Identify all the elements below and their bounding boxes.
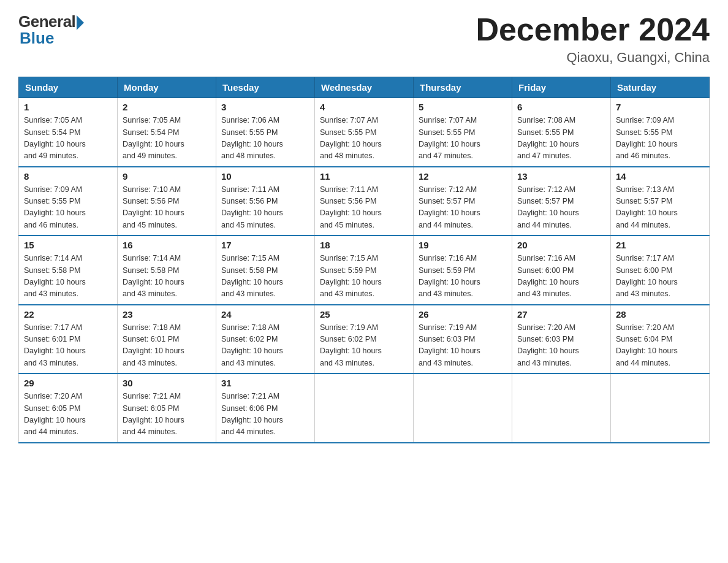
calendar-day-cell: 30Sunrise: 7:21 AMSunset: 6:05 PMDayligh…: [118, 373, 216, 443]
day-info: Sunrise: 7:16 AMSunset: 6:00 PMDaylight:…: [517, 253, 605, 301]
day-number: 24: [221, 309, 309, 320]
calendar-day-cell: 14Sunrise: 7:13 AMSunset: 5:57 PMDayligh…: [611, 167, 710, 236]
day-of-week-header: Tuesday: [216, 77, 315, 98]
day-info: Sunrise: 7:09 AMSunset: 5:55 PMDaylight:…: [616, 115, 704, 163]
calendar-day-cell: 22Sunrise: 7:17 AMSunset: 6:01 PMDayligh…: [19, 305, 118, 374]
day-number: 9: [123, 171, 211, 182]
calendar-day-cell: 7Sunrise: 7:09 AMSunset: 5:55 PMDaylight…: [611, 98, 710, 167]
day-number: 13: [517, 171, 605, 182]
calendar-day-cell: 11Sunrise: 7:11 AMSunset: 5:56 PMDayligh…: [315, 167, 414, 236]
calendar-day-cell: 16Sunrise: 7:14 AMSunset: 5:58 PMDayligh…: [118, 236, 216, 305]
calendar-day-cell: [315, 373, 414, 443]
day-info: Sunrise: 7:15 AMSunset: 5:58 PMDaylight:…: [221, 253, 309, 301]
day-info: Sunrise: 7:19 AMSunset: 6:02 PMDaylight:…: [320, 322, 408, 370]
day-number: 21: [616, 240, 704, 250]
calendar-day-cell: 5Sunrise: 7:07 AMSunset: 5:55 PMDaylight…: [414, 98, 512, 167]
day-info: Sunrise: 7:05 AMSunset: 5:54 PMDaylight:…: [24, 115, 112, 163]
calendar-table: SundayMondayTuesdayWednesdayThursdayFrid…: [18, 77, 710, 443]
day-number: 14: [616, 171, 704, 182]
day-info: Sunrise: 7:18 AMSunset: 6:02 PMDaylight:…: [221, 322, 309, 370]
day-number: 26: [419, 309, 507, 320]
day-info: Sunrise: 7:12 AMSunset: 5:57 PMDaylight:…: [517, 184, 605, 232]
day-info: Sunrise: 7:09 AMSunset: 5:55 PMDaylight:…: [24, 184, 112, 232]
calendar-day-cell: 27Sunrise: 7:20 AMSunset: 6:03 PMDayligh…: [512, 305, 611, 374]
day-number: 31: [221, 378, 309, 388]
calendar-day-cell: 26Sunrise: 7:19 AMSunset: 6:03 PMDayligh…: [414, 305, 512, 374]
day-info: Sunrise: 7:17 AMSunset: 6:00 PMDaylight:…: [616, 253, 704, 301]
day-number: 4: [320, 102, 408, 112]
day-number: 17: [221, 240, 309, 250]
day-info: Sunrise: 7:16 AMSunset: 5:59 PMDaylight:…: [419, 253, 507, 301]
day-number: 16: [123, 240, 211, 250]
calendar-day-cell: [414, 373, 512, 443]
calendar-day-cell: 2Sunrise: 7:05 AMSunset: 5:54 PMDaylight…: [118, 98, 216, 167]
day-number: 19: [419, 240, 507, 250]
day-info: Sunrise: 7:20 AMSunset: 6:04 PMDaylight:…: [616, 322, 704, 370]
logo-arrow-icon: [77, 15, 84, 30]
day-of-week-header: Sunday: [19, 77, 118, 98]
calendar-day-cell: 1Sunrise: 7:05 AMSunset: 5:54 PMDaylight…: [19, 98, 118, 167]
calendar-week-row: 15Sunrise: 7:14 AMSunset: 5:58 PMDayligh…: [19, 236, 710, 305]
calendar-day-cell: 3Sunrise: 7:06 AMSunset: 5:55 PMDaylight…: [216, 98, 315, 167]
day-info: Sunrise: 7:11 AMSunset: 5:56 PMDaylight:…: [320, 184, 408, 232]
calendar-day-cell: 4Sunrise: 7:07 AMSunset: 5:55 PMDaylight…: [315, 98, 414, 167]
day-info: Sunrise: 7:08 AMSunset: 5:55 PMDaylight:…: [517, 115, 605, 163]
calendar-day-cell: 28Sunrise: 7:20 AMSunset: 6:04 PMDayligh…: [611, 305, 710, 374]
calendar-day-cell: 12Sunrise: 7:12 AMSunset: 5:57 PMDayligh…: [414, 167, 512, 236]
day-number: 22: [24, 309, 112, 320]
calendar-day-cell: 17Sunrise: 7:15 AMSunset: 5:58 PMDayligh…: [216, 236, 315, 305]
day-info: Sunrise: 7:21 AMSunset: 6:05 PMDaylight:…: [123, 391, 211, 439]
calendar-day-cell: 25Sunrise: 7:19 AMSunset: 6:02 PMDayligh…: [315, 305, 414, 374]
day-number: 1: [24, 102, 112, 112]
day-info: Sunrise: 7:07 AMSunset: 5:55 PMDaylight:…: [419, 115, 507, 163]
day-number: 15: [24, 240, 112, 250]
calendar-day-cell: 24Sunrise: 7:18 AMSunset: 6:02 PMDayligh…: [216, 305, 315, 374]
day-info: Sunrise: 7:20 AMSunset: 6:05 PMDaylight:…: [24, 391, 112, 439]
calendar-day-cell: 20Sunrise: 7:16 AMSunset: 6:00 PMDayligh…: [512, 236, 611, 305]
calendar-day-cell: 23Sunrise: 7:18 AMSunset: 6:01 PMDayligh…: [118, 305, 216, 374]
page-header: General Blue December 2024 Qiaoxu, Guang…: [18, 12, 710, 66]
day-info: Sunrise: 7:17 AMSunset: 6:01 PMDaylight:…: [24, 322, 112, 370]
day-info: Sunrise: 7:12 AMSunset: 5:57 PMDaylight:…: [419, 184, 507, 232]
calendar-day-cell: 18Sunrise: 7:15 AMSunset: 5:59 PMDayligh…: [315, 236, 414, 305]
calendar-day-cell: 21Sunrise: 7:17 AMSunset: 6:00 PMDayligh…: [611, 236, 710, 305]
day-number: 25: [320, 309, 408, 320]
day-info: Sunrise: 7:21 AMSunset: 6:06 PMDaylight:…: [221, 391, 309, 439]
month-title: December 2024: [476, 12, 710, 47]
calendar-day-cell: 19Sunrise: 7:16 AMSunset: 5:59 PMDayligh…: [414, 236, 512, 305]
day-info: Sunrise: 7:05 AMSunset: 5:54 PMDaylight:…: [123, 115, 211, 163]
calendar-day-cell: 10Sunrise: 7:11 AMSunset: 5:56 PMDayligh…: [216, 167, 315, 236]
day-of-week-header: Monday: [118, 77, 216, 98]
calendar-day-cell: 13Sunrise: 7:12 AMSunset: 5:57 PMDayligh…: [512, 167, 611, 236]
day-number: 28: [616, 309, 704, 320]
day-number: 5: [419, 102, 507, 112]
day-number: 6: [517, 102, 605, 112]
day-number: 20: [517, 240, 605, 250]
calendar-week-row: 1Sunrise: 7:05 AMSunset: 5:54 PMDaylight…: [19, 98, 710, 167]
day-number: 23: [123, 309, 211, 320]
day-of-week-header: Wednesday: [315, 77, 414, 98]
day-number: 7: [616, 102, 704, 112]
calendar-week-row: 29Sunrise: 7:20 AMSunset: 6:05 PMDayligh…: [19, 373, 710, 443]
day-number: 10: [221, 171, 309, 182]
logo: General Blue: [18, 12, 84, 48]
day-info: Sunrise: 7:14 AMSunset: 5:58 PMDaylight:…: [123, 253, 211, 301]
day-info: Sunrise: 7:18 AMSunset: 6:01 PMDaylight:…: [123, 322, 211, 370]
logo-blue-text: Blue: [18, 29, 54, 48]
calendar-day-cell: 15Sunrise: 7:14 AMSunset: 5:58 PMDayligh…: [19, 236, 118, 305]
day-number: 18: [320, 240, 408, 250]
day-of-week-header: Friday: [512, 77, 611, 98]
day-info: Sunrise: 7:10 AMSunset: 5:56 PMDaylight:…: [123, 184, 211, 232]
day-info: Sunrise: 7:13 AMSunset: 5:57 PMDaylight:…: [616, 184, 704, 232]
day-number: 30: [123, 378, 211, 388]
calendar-day-cell: 8Sunrise: 7:09 AMSunset: 5:55 PMDaylight…: [19, 167, 118, 236]
calendar-day-cell: 6Sunrise: 7:08 AMSunset: 5:55 PMDaylight…: [512, 98, 611, 167]
day-info: Sunrise: 7:11 AMSunset: 5:56 PMDaylight:…: [221, 184, 309, 232]
day-number: 2: [123, 102, 211, 112]
calendar-day-cell: 9Sunrise: 7:10 AMSunset: 5:56 PMDaylight…: [118, 167, 216, 236]
day-number: 27: [517, 309, 605, 320]
day-number: 11: [320, 171, 408, 182]
header-row: SundayMondayTuesdayWednesdayThursdayFrid…: [19, 77, 710, 98]
calendar-day-cell: [611, 373, 710, 443]
calendar-day-cell: 29Sunrise: 7:20 AMSunset: 6:05 PMDayligh…: [19, 373, 118, 443]
